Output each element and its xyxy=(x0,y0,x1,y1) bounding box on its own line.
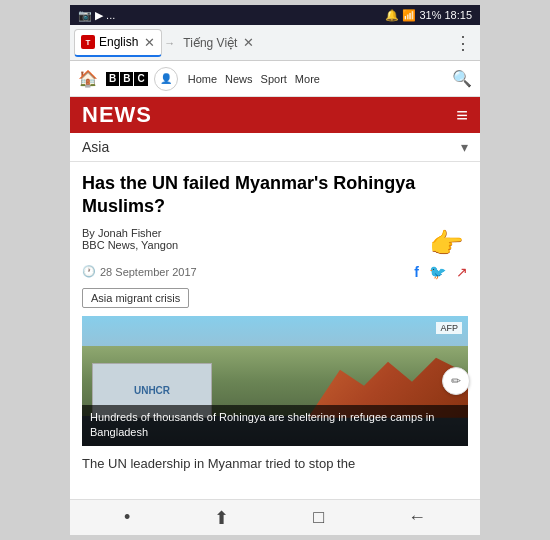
tab-viet-label: Tiếng Việt xyxy=(183,36,237,50)
bottom-nav-home-icon[interactable]: □ xyxy=(313,507,324,528)
image-caption: Hundreds of thousands of Rohingya are sh… xyxy=(82,405,468,446)
category-arrow-icon: ▾ xyxy=(461,139,468,155)
share-icons: f 🐦 ↗ xyxy=(414,264,468,280)
bottom-nav-forward-icon[interactable]: ⬆ xyxy=(214,507,229,529)
article-organization: BBC News, Yangon xyxy=(82,239,178,251)
article-byline-row: By Jonah Fisher BBC News, Yangon 👉 xyxy=(82,227,468,260)
article: Has the UN failed Myanmar's Rohingya Mus… xyxy=(70,162,480,499)
phone-frame: 📷 ▶ ... 🔔 📶 31% 🔔 📶 31% 18:1518:15 T Eng… xyxy=(70,5,480,535)
nav-link-more[interactable]: More xyxy=(295,73,320,85)
tab-english-close[interactable]: ✕ xyxy=(144,35,155,50)
clock-icon: 🕐 xyxy=(82,265,96,278)
article-body-text: The UN leadership in Myanmar tried to st… xyxy=(82,446,468,474)
nav-link-news[interactable]: News xyxy=(225,73,253,85)
tab-separator: → xyxy=(164,37,175,49)
edit-float-button[interactable]: ✏ xyxy=(442,367,470,395)
bottom-nav-back-icon[interactable]: ← xyxy=(408,507,426,528)
bbc-box-b: B xyxy=(106,72,119,86)
bbc-logo[interactable]: B B C xyxy=(106,72,148,86)
tab-menu-icon[interactable]: ⋮ xyxy=(450,32,476,54)
article-image: UNHCR AFP Hundreds of thousands of Rohin… xyxy=(82,316,468,446)
profile-icon[interactable]: 👤 xyxy=(154,67,178,91)
tab-english[interactable]: T English ✕ xyxy=(74,29,162,57)
pointing-finger-emoji: 👉 xyxy=(429,227,464,260)
hamburger-menu-icon[interactable]: ≡ xyxy=(456,104,468,127)
status-bar: 📷 ▶ ... 🔔 📶 31% 🔔 📶 31% 18:1518:15 xyxy=(70,5,480,25)
nav-bar: 🏠 B B C 👤 Home News Sport More 🔍 xyxy=(70,61,480,97)
tab-viet-close[interactable]: ✕ xyxy=(243,35,254,50)
bbc-box-c: C xyxy=(134,72,147,86)
article-tag[interactable]: Asia migrant crisis xyxy=(82,288,189,308)
tab-english-label: English xyxy=(99,35,138,49)
article-body-wrapper: UNHCR AFP Hundreds of thousands of Rohin… xyxy=(82,316,468,446)
search-icon[interactable]: 🔍 xyxy=(452,69,472,88)
nav-link-sport[interactable]: Sport xyxy=(261,73,287,85)
article-date: 🕐 28 September 2017 xyxy=(82,265,197,278)
afp-badge: AFP xyxy=(436,322,462,334)
home-icon[interactable]: 🏠 xyxy=(78,69,98,88)
twitter-share-icon[interactable]: 🐦 xyxy=(429,264,446,280)
category-label: Asia xyxy=(82,139,109,155)
nav-links: Home News Sport More xyxy=(188,73,320,85)
bottom-nav: • ⬆ □ ← xyxy=(70,499,480,535)
byline-block: By Jonah Fisher BBC News, Yangon xyxy=(82,227,178,251)
bbc-box-b2: B xyxy=(120,72,133,86)
article-date-row: 🕐 28 September 2017 f 🐦 ↗ xyxy=(82,264,468,280)
facebook-share-icon[interactable]: f xyxy=(414,264,419,280)
bottom-nav-menu-icon[interactable]: • xyxy=(124,507,130,528)
bbc-news-header: NEWS ≡ xyxy=(70,97,480,133)
article-title: Has the UN failed Myanmar's Rohingya Mus… xyxy=(82,172,468,219)
share-button-icon[interactable]: ↗ xyxy=(456,264,468,280)
article-byline: By Jonah Fisher xyxy=(82,227,178,239)
tag-row: Asia migrant crisis xyxy=(82,288,468,308)
bbc-news-title: NEWS xyxy=(82,102,152,128)
nav-link-home[interactable]: Home xyxy=(188,73,217,85)
status-left-icons: 📷 ▶ ... xyxy=(78,9,115,22)
status-right-info: 🔔 📶 31% 🔔 📶 31% 18:1518:15 xyxy=(385,9,472,22)
tabs-bar: T English ✕ → Tiếng Việt ✕ ⋮ xyxy=(70,25,480,61)
category-row[interactable]: Asia ▾ xyxy=(70,133,480,162)
tab-viet[interactable]: Tiếng Việt ✕ xyxy=(177,33,260,52)
tab-english-icon: T xyxy=(81,35,95,49)
